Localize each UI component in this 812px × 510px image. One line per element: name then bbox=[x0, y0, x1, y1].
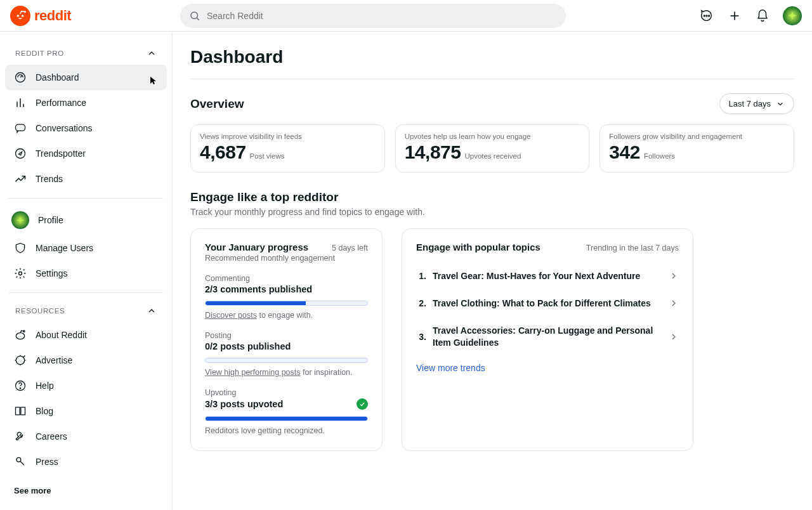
sidebar-section-label: REDDIT PRO bbox=[15, 49, 64, 57]
metric-card-views[interactable]: Views improve visibility in feeds 4,687 … bbox=[190, 124, 385, 173]
topic-item[interactable]: 3. Travel Accessories: Carry-on Luggage … bbox=[416, 317, 679, 356]
svg-point-6 bbox=[704, 15, 705, 16]
sidebar-item-help[interactable]: Help bbox=[5, 373, 167, 398]
task-hint-text: to engage with. bbox=[257, 311, 313, 320]
svg-point-17 bbox=[19, 272, 22, 275]
sidebar-item-manage-users[interactable]: Manage Users bbox=[5, 235, 167, 261]
sidebar-section-resources[interactable]: RESOURCES bbox=[5, 299, 167, 322]
chevron-up-icon bbox=[147, 306, 157, 316]
sidebar-item-trendspotter[interactable]: Trendspotter bbox=[5, 141, 167, 166]
progress-bar bbox=[205, 358, 368, 363]
discover-posts-link[interactable]: Discover posts bbox=[205, 311, 257, 320]
user-avatar[interactable] bbox=[783, 6, 802, 25]
metric-label: Upvotes received bbox=[464, 152, 521, 160]
main-content: Dashboard Overview Last 7 days Views imp… bbox=[173, 32, 812, 510]
view-more-trends-link[interactable]: View more trends bbox=[416, 363, 679, 373]
progress-bar bbox=[205, 416, 368, 421]
chevron-down-icon bbox=[776, 100, 785, 108]
sidebar-item-about[interactable]: About Reddit bbox=[5, 322, 167, 348]
date-range-dropdown[interactable]: Last 7 days bbox=[719, 93, 795, 114]
chat-icon[interactable] bbox=[699, 8, 714, 23]
metric-label: Followers bbox=[644, 152, 675, 160]
see-more-link[interactable]: See more bbox=[5, 480, 167, 502]
sidebar-item-press[interactable]: Press bbox=[5, 449, 167, 474]
profile-avatar-icon bbox=[11, 211, 29, 229]
search-input[interactable] bbox=[207, 11, 557, 21]
sidebar-item-label: Trendspotter bbox=[36, 148, 86, 159]
svg-point-8 bbox=[709, 15, 710, 16]
progress-bar-fill bbox=[206, 301, 306, 305]
metric-value: 14,875 bbox=[405, 141, 461, 163]
sidebar-item-careers[interactable]: Careers bbox=[5, 424, 167, 449]
sidebar-pro-list: Dashboard Performance Conversations bbox=[5, 65, 167, 192]
notifications-icon[interactable] bbox=[755, 8, 770, 23]
topics-card: Engage with popular topics Trending in t… bbox=[402, 228, 693, 451]
sidebar-item-label: Performance bbox=[36, 98, 86, 108]
logo[interactable]: reddit bbox=[10, 6, 173, 26]
topic-list: 1. Travel Gear: Must-Haves for Your Next… bbox=[416, 263, 679, 356]
sidebar-item-conversations[interactable]: Conversations bbox=[5, 115, 167, 141]
progress-title: Your January progress bbox=[205, 242, 308, 252]
help-icon bbox=[14, 379, 27, 392]
search-icon bbox=[189, 10, 200, 22]
gauge-icon bbox=[14, 71, 27, 84]
wrench-icon bbox=[14, 430, 27, 443]
header-actions bbox=[699, 6, 802, 25]
svg-rect-15 bbox=[16, 124, 25, 131]
topics-sub: Trending in the last 7 days bbox=[586, 244, 679, 252]
chevron-up-icon bbox=[147, 48, 157, 58]
topic-text: Travel Clothing: What to Pack for Differ… bbox=[433, 298, 662, 310]
metric-card-followers[interactable]: Followers grow visibility and engagement… bbox=[599, 124, 794, 173]
sidebar-item-dashboard[interactable]: Dashboard bbox=[5, 65, 167, 90]
reddit-logo-icon bbox=[10, 6, 30, 26]
sidebar-item-label: Advertise bbox=[36, 355, 72, 365]
svg-point-4 bbox=[191, 12, 198, 19]
metric-hint: Views improve visibility in feeds bbox=[200, 133, 376, 140]
topic-item[interactable]: 1. Travel Gear: Must-Haves for Your Next… bbox=[416, 263, 679, 290]
sidebar-item-label: Blog bbox=[36, 406, 53, 416]
chevron-right-icon bbox=[669, 271, 679, 281]
sidebar-resources-list: About Reddit Advertise Help Blog bbox=[5, 322, 167, 474]
book-icon bbox=[14, 405, 27, 417]
overview-heading: Overview bbox=[190, 97, 244, 111]
sidebar-account-list: Profile Manage Users Settings bbox=[5, 205, 167, 286]
topic-text: Travel Accessories: Carry-on Luggage and… bbox=[433, 325, 662, 349]
check-complete-icon bbox=[357, 398, 368, 410]
gear-icon bbox=[14, 267, 27, 280]
page-title: Dashboard bbox=[190, 47, 794, 67]
metric-card-upvotes[interactable]: Upvotes help us learn how you engage 14,… bbox=[395, 124, 590, 173]
sidebar-item-label: Dashboard bbox=[36, 72, 79, 82]
sidebar-item-label: Careers bbox=[36, 431, 67, 441]
chevron-right-icon bbox=[669, 298, 679, 308]
sidebar-section-label: RESOURCES bbox=[15, 307, 65, 315]
sidebar-section-pro[interactable]: REDDIT PRO bbox=[5, 42, 167, 65]
svg-point-1 bbox=[22, 15, 24, 17]
task-label: Commenting bbox=[205, 274, 368, 283]
task-hint-text: for inspiration. bbox=[301, 368, 353, 377]
sidebar-item-label: Conversations bbox=[36, 123, 93, 133]
sidebar: REDDIT PRO Dashboard Performance bbox=[0, 32, 173, 510]
sidebar-item-settings[interactable]: Settings bbox=[5, 261, 167, 286]
metric-value: 4,687 bbox=[200, 141, 246, 163]
sidebar-item-performance[interactable]: Performance bbox=[5, 90, 167, 115]
shield-icon bbox=[14, 242, 27, 254]
sidebar-item-trends[interactable]: Trends bbox=[5, 166, 167, 192]
progress-bar-fill bbox=[206, 417, 367, 421]
task-posting: Posting 0/2 posts published View high pe… bbox=[205, 331, 368, 377]
topic-item[interactable]: 2. Travel Clothing: What to Pack for Dif… bbox=[416, 290, 679, 317]
sidebar-item-blog[interactable]: Blog bbox=[5, 398, 167, 424]
sidebar-item-label: Profile bbox=[38, 215, 63, 225]
compass-icon bbox=[14, 147, 27, 160]
topic-number: 1. bbox=[416, 271, 426, 281]
view-high-performing-link[interactable]: View high performing posts bbox=[205, 368, 301, 377]
create-icon[interactable] bbox=[727, 8, 742, 23]
search-bar[interactable] bbox=[180, 4, 566, 28]
svg-point-7 bbox=[706, 15, 707, 16]
sidebar-item-advertise[interactable]: Advertise bbox=[5, 348, 167, 373]
metric-label: Post views bbox=[250, 152, 285, 160]
task-status: 0/2 posts published bbox=[205, 341, 291, 351]
svg-point-23 bbox=[16, 457, 21, 462]
reddit-outline-icon bbox=[14, 329, 27, 341]
sidebar-item-label: About Reddit bbox=[36, 330, 87, 340]
sidebar-item-profile[interactable]: Profile bbox=[5, 205, 167, 235]
